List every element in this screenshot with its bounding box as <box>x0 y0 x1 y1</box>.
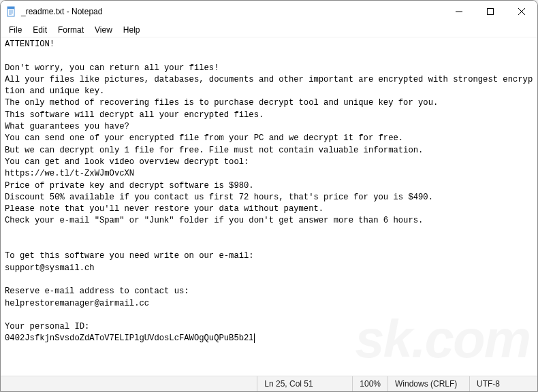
menu-edit[interactable]: Edit <box>27 24 52 36</box>
status-line-ending: Windows (CRLF) <box>387 376 469 391</box>
window-controls <box>443 1 537 22</box>
menu-view[interactable]: View <box>89 24 118 36</box>
status-encoding: UTF-8 <box>469 376 537 391</box>
svg-rect-7 <box>488 9 494 15</box>
minimize-button[interactable] <box>443 1 475 22</box>
maximize-button[interactable] <box>475 1 506 22</box>
status-zoom: 100% <box>352 376 387 391</box>
titlebar: _readme.txt - Notepad <box>1 1 537 22</box>
menubar: File Edit Format View Help <box>1 22 537 37</box>
text-area[interactable]: ATTENTION! Don't worry, you can return a… <box>1 37 537 376</box>
close-button[interactable] <box>506 1 537 22</box>
menu-help[interactable]: Help <box>118 24 146 36</box>
document-text: ATTENTION! Don't worry, you can return a… <box>5 39 533 343</box>
menu-format[interactable]: Format <box>52 24 89 36</box>
menu-file[interactable]: File <box>3 24 27 36</box>
svg-rect-1 <box>7 7 14 9</box>
notepad-window: _readme.txt - Notepad File Edit Format V… <box>0 0 538 392</box>
text-caret <box>254 333 255 343</box>
statusbar: Ln 25, Col 51 100% Windows (CRLF) UTF-8 <box>1 376 537 391</box>
window-title: _readme.txt - Notepad <box>21 7 443 16</box>
notepad-icon <box>6 6 17 17</box>
status-position: Ln 25, Col 51 <box>257 376 352 391</box>
